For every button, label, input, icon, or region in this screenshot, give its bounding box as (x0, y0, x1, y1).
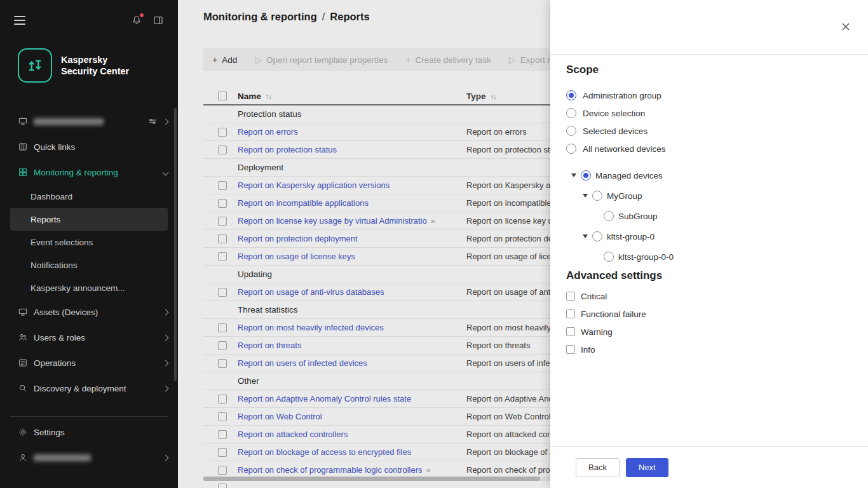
row-checkbox[interactable] (218, 199, 227, 208)
sidebar-item-event-selections[interactable]: Event selections (0, 231, 178, 254)
breadcrumb-current: Reports (330, 11, 369, 22)
row-checkbox[interactable] (218, 181, 227, 190)
sidebar-item-operations[interactable]: Operations (0, 350, 178, 376)
sidebar-item-notifications[interactable]: Notifications (0, 254, 178, 276)
tree-collapse-icon[interactable] (583, 194, 588, 198)
radio-icon[interactable] (604, 252, 614, 262)
tree-collapse-icon[interactable] (583, 234, 588, 238)
sidebar-item-server[interactable] (0, 109, 178, 134)
sidebar-item-label: Event selections (31, 238, 93, 247)
row-checkbox[interactable] (218, 323, 227, 332)
sidebar-item-discovery-deployment[interactable]: Discovery & deployment (0, 376, 178, 401)
checkbox-functional-failure[interactable]: Functional failure (566, 305, 852, 323)
report-link[interactable]: Report on license key usage by virtual A… (238, 216, 427, 226)
checkbox-icon[interactable] (566, 345, 575, 354)
sort-icon[interactable]: ↑↓ (266, 92, 271, 100)
sidebar-item-assets-devices[interactable]: Assets (Devices) (0, 299, 178, 325)
report-link[interactable]: Report on Kaspersky application versions (238, 180, 390, 190)
server-settings-sliders-icon[interactable] (147, 116, 158, 126)
tree-node-kltst-group-0-0[interactable]: kltst-group-0-0 (566, 247, 852, 267)
checkbox-info[interactable]: Info (566, 341, 852, 358)
close-icon[interactable] (841, 22, 851, 32)
row-checkbox[interactable] (218, 412, 227, 421)
radio-icon[interactable] (566, 126, 576, 136)
notifications-bell-icon[interactable] (131, 15, 142, 26)
row-checkbox[interactable] (218, 484, 227, 488)
report-link[interactable]: Report on blockage of access to encrypte… (238, 447, 411, 457)
tree-node-managed-devices[interactable]: Managed devices (566, 165, 852, 186)
row-checkbox[interactable] (218, 395, 227, 403)
report-link[interactable]: Report on check of programmable logic co… (238, 465, 422, 475)
radio-administration-group[interactable]: Administration group (566, 86, 852, 104)
report-link[interactable]: Report on errors (238, 127, 298, 137)
row-checkbox[interactable] (218, 466, 227, 475)
row-checkbox[interactable] (218, 288, 227, 297)
report-link[interactable]: Report on attacked controllers (238, 430, 348, 439)
expand-truncated-icon[interactable]: » (431, 217, 435, 226)
row-checkbox[interactable] (218, 359, 227, 368)
row-checkbox[interactable] (218, 252, 227, 261)
tree-collapse-icon[interactable] (571, 173, 576, 177)
back-button[interactable]: Back (576, 458, 620, 477)
checkbox-critical[interactable]: Critical (566, 287, 852, 305)
sidebar-item-kaspersky-announcements[interactable]: Kaspersky announcem... (0, 276, 178, 299)
radio-all-networked-devices[interactable]: All networked devices (566, 140, 852, 158)
column-header-name[interactable]: Name (238, 92, 261, 101)
checkbox-icon[interactable] (566, 327, 575, 336)
checkbox-icon[interactable] (566, 309, 575, 318)
side-panel-toggle-icon[interactable] (153, 15, 164, 26)
radio-device-selection[interactable]: Device selection (566, 104, 852, 122)
row-checkbox[interactable] (218, 128, 227, 137)
radio-icon[interactable] (592, 191, 602, 201)
radio-icon[interactable] (581, 170, 591, 180)
breadcrumb-parent[interactable]: Monitoring & reporting (203, 11, 317, 22)
sidebar-item-quick-links[interactable]: Quick links (0, 134, 178, 159)
sidebar-item-dashboard[interactable]: Dashboard (0, 185, 178, 208)
report-link[interactable]: Report on protection status (238, 145, 337, 154)
report-link[interactable]: Report on incompatible applications (238, 198, 369, 208)
report-link[interactable]: Report on usage of anti-virus databases (238, 287, 384, 297)
sidebar-item-users-roles[interactable]: Users & roles (0, 325, 178, 350)
checkbox-warning[interactable]: Warning (566, 323, 852, 341)
report-link[interactable]: Report on usage of license keys (238, 252, 355, 261)
row-checkbox[interactable] (218, 430, 227, 439)
chevron-right-icon (163, 334, 169, 341)
hamburger-menu-icon[interactable] (14, 16, 25, 25)
add-report-button[interactable]: + Add (212, 55, 237, 65)
report-link[interactable]: Report on Adaptive Anomaly Control rules… (238, 394, 411, 403)
row-checkbox[interactable] (218, 448, 227, 457)
row-checkbox[interactable] (218, 146, 227, 154)
report-link[interactable]: Report on protection deployment (238, 234, 358, 243)
sidebar-item-settings[interactable]: Settings (0, 419, 178, 445)
radio-icon[interactable] (604, 211, 614, 221)
radio-icon[interactable] (566, 108, 576, 118)
report-link[interactable]: Report on threats (238, 341, 301, 350)
sidebar-item-reports[interactable]: Reports (10, 208, 168, 231)
expand-truncated-icon[interactable]: » (426, 466, 430, 475)
column-header-type[interactable]: Type (466, 92, 486, 101)
row-checkbox[interactable] (218, 234, 227, 243)
select-all-checkbox[interactable] (218, 92, 227, 100)
new-report-wizard-panel: Scope Administration group Device select… (550, 0, 868, 488)
tree-node-subgroup[interactable]: SubGroup (566, 206, 852, 226)
row-checkbox[interactable] (218, 217, 227, 226)
report-link[interactable]: Report on users of infected devices (238, 358, 367, 368)
sidebar-scrollbar[interactable] (174, 108, 177, 381)
sidebar-item-monitoring-reporting[interactable]: Monitoring & reporting (0, 159, 178, 185)
radio-icon[interactable] (566, 90, 576, 100)
sidebar-item-account[interactable] (0, 445, 178, 470)
tree-node-mygroup[interactable]: MyGroup (566, 186, 852, 206)
radio-icon[interactable] (566, 144, 576, 154)
report-link[interactable]: Report on Web Control (238, 412, 322, 421)
horizontal-scrollbar-thumb[interactable] (203, 477, 540, 481)
sort-icon[interactable]: ↑↓ (491, 93, 496, 100)
report-link[interactable]: Report on most heavily infected devices (238, 323, 384, 332)
row-checkbox[interactable] (218, 341, 227, 350)
radio-selected-devices[interactable]: Selected devices (566, 122, 852, 140)
sidebar-item-label: Operations (34, 358, 76, 368)
tree-node-kltst-group-0[interactable]: kltst-group-0 (566, 226, 852, 247)
radio-icon[interactable] (592, 231, 602, 241)
checkbox-icon[interactable] (566, 292, 575, 301)
next-button[interactable]: Next (626, 458, 668, 477)
server-icon (18, 116, 28, 126)
